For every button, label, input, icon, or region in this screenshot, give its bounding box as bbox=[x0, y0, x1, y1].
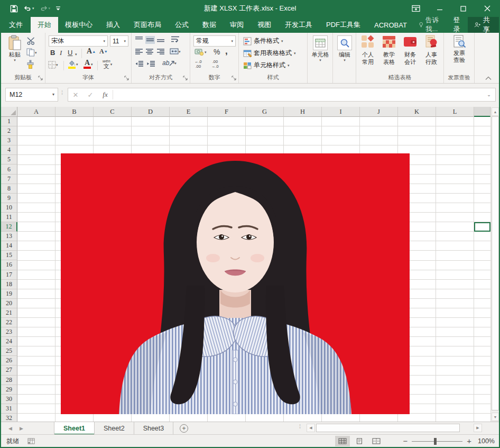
row-header-19[interactable]: 19 bbox=[1, 289, 17, 299]
minimize-button[interactable] bbox=[428, 0, 451, 17]
column-header-C[interactable]: C bbox=[94, 107, 132, 117]
scroll-left-button[interactable]: ◀ bbox=[307, 424, 315, 432]
row-header-31[interactable]: 31 bbox=[1, 404, 17, 414]
decrease-font-button[interactable]: A▼ bbox=[99, 48, 108, 54]
featured-item-个人常用[interactable]: 个人常用 bbox=[357, 35, 378, 66]
align-left-button[interactable] bbox=[135, 48, 143, 55]
name-box-dropdown[interactable]: ▾ bbox=[52, 93, 58, 97]
fill-color-dropdown[interactable]: ▾ bbox=[76, 62, 78, 66]
name-box[interactable]: M12 ▾ bbox=[5, 88, 58, 102]
row-header-6[interactable]: 6 bbox=[1, 164, 17, 174]
row-header-27[interactable]: 27 bbox=[1, 365, 17, 375]
orientation-button[interactable]: ab ▾ bbox=[162, 59, 177, 67]
row-header-17[interactable]: 17 bbox=[1, 270, 17, 280]
featured-item-教学表格[interactable]: 教学表格 bbox=[378, 35, 400, 66]
font-family-combo[interactable]: 宋体 ▾ bbox=[49, 35, 108, 47]
ribbon-tab-数据[interactable]: 数据 bbox=[196, 17, 223, 33]
vertical-scroll-thumb[interactable] bbox=[492, 116, 499, 410]
row-header-10[interactable]: 10 bbox=[1, 203, 17, 213]
tell-me-button[interactable]: 告诉我... bbox=[414, 17, 448, 33]
row-header-4[interactable]: 4 bbox=[1, 145, 17, 155]
align-middle-button[interactable] bbox=[145, 36, 155, 44]
row-header-14[interactable]: 14 bbox=[1, 241, 17, 251]
align-top-button[interactable] bbox=[135, 36, 143, 43]
row-header-21[interactable]: 21 bbox=[1, 308, 17, 318]
merge-center-button[interactable]: ▾ bbox=[170, 48, 181, 55]
embedded-photo[interactable] bbox=[61, 153, 410, 414]
column-header-F[interactable]: F bbox=[208, 107, 246, 117]
zoom-slider-handle[interactable] bbox=[434, 438, 437, 445]
scroll-down-button[interactable]: ▼ bbox=[492, 413, 499, 421]
column-header-H[interactable]: H bbox=[284, 107, 322, 117]
row-header-1[interactable]: 1 bbox=[1, 117, 17, 126]
row-header-18[interactable]: 18 bbox=[1, 280, 17, 289]
normal-view-button[interactable] bbox=[335, 436, 350, 446]
share-button[interactable]: 共享 bbox=[468, 17, 499, 33]
zoom-level-value[interactable]: 100% bbox=[476, 437, 495, 445]
formula-bar-splitter[interactable]: ⁞ bbox=[61, 90, 63, 95]
row-header-2[interactable]: 2 bbox=[1, 126, 17, 136]
row-header-22[interactable]: 22 bbox=[1, 318, 17, 327]
row-header-16[interactable]: 16 bbox=[1, 260, 17, 270]
row-header-8[interactable]: 8 bbox=[1, 184, 17, 194]
format-painter-button[interactable] bbox=[26, 60, 34, 69]
sign-in-button[interactable]: 登录 bbox=[448, 17, 468, 33]
ribbon-tab-公式[interactable]: 公式 bbox=[168, 17, 196, 33]
accounting-format-dropdown[interactable]: ▾ bbox=[205, 50, 207, 54]
number-format-dropdown[interactable]: ▾ bbox=[231, 39, 233, 43]
font-family-dropdown[interactable]: ▾ bbox=[103, 39, 105, 43]
horizontal-scrollbar[interactable]: ◀ ▶ bbox=[307, 423, 490, 433]
borders-dropdown[interactable]: ▾ bbox=[56, 63, 58, 67]
next-sheet-button[interactable]: ▶ bbox=[20, 426, 23, 431]
cells-button[interactable]: 单元格 ▾ bbox=[313, 35, 328, 62]
expand-formula-bar-button[interactable]: ⌄ bbox=[483, 92, 495, 97]
align-bottom-button[interactable] bbox=[156, 36, 165, 43]
row-header-28[interactable]: 28 bbox=[1, 376, 17, 385]
row-header-20[interactable]: 20 bbox=[1, 299, 17, 308]
maximize-button[interactable] bbox=[451, 0, 475, 17]
number-dialog-launcher[interactable] bbox=[232, 76, 237, 81]
orientation-dropdown[interactable]: ▾ bbox=[174, 61, 177, 65]
editing-dropdown[interactable]: ▾ bbox=[344, 58, 346, 62]
ribbon-tab-插入[interactable]: 插入 bbox=[99, 17, 127, 33]
cells-dropdown[interactable]: ▾ bbox=[319, 58, 321, 62]
row-header-24[interactable]: 24 bbox=[1, 337, 17, 346]
macro-record-icon[interactable] bbox=[27, 438, 35, 444]
ribbon-tab-开发工具[interactable]: 开发工具 bbox=[278, 17, 319, 33]
increase-font-button[interactable]: A▲ bbox=[87, 48, 96, 54]
ribbon-display-options-button[interactable] bbox=[404, 0, 428, 17]
ribbon-tab-file[interactable]: 文件 bbox=[1, 17, 31, 33]
zoom-out-button[interactable]: − bbox=[403, 436, 408, 446]
sheet-tab-Sheet3[interactable]: Sheet3 bbox=[134, 422, 174, 435]
row-header-9[interactable]: 9 bbox=[1, 194, 17, 203]
scroll-up-button[interactable]: ▲ bbox=[492, 107, 499, 116]
new-sheet-button[interactable]: + bbox=[180, 424, 188, 433]
column-header-K[interactable]: K bbox=[398, 107, 436, 117]
column-header-G[interactable]: G bbox=[246, 107, 284, 117]
cell-styles-dropdown[interactable]: ▾ bbox=[288, 63, 290, 67]
phonetic-guide-dropdown[interactable]: ▾ bbox=[110, 62, 113, 66]
cell-styles-button[interactable]: 单元格样式 ▾ bbox=[243, 61, 290, 70]
ribbon-tab-开始[interactable]: 开始 bbox=[31, 17, 58, 33]
merge-center-dropdown[interactable]: ▾ bbox=[179, 50, 181, 53]
phonetic-guide-button[interactable]: wén 文 ▾ bbox=[103, 59, 112, 69]
font-size-dropdown[interactable]: ▾ bbox=[124, 39, 126, 43]
conditional-formatting-button[interactable]: 条件格式 ▾ bbox=[243, 36, 283, 45]
alignment-dialog-launcher[interactable] bbox=[183, 76, 188, 81]
bold-button[interactable]: B bbox=[50, 49, 55, 57]
page-layout-view-button[interactable] bbox=[352, 436, 367, 446]
increase-decimal-button[interactable]: ←.0.00 bbox=[195, 60, 202, 69]
column-header-E[interactable]: E bbox=[170, 107, 208, 117]
column-header-J[interactable]: J bbox=[360, 107, 398, 117]
row-header-15[interactable]: 15 bbox=[1, 251, 17, 260]
wrap-text-button[interactable] bbox=[171, 35, 180, 43]
select-all-button[interactable] bbox=[1, 107, 17, 117]
column-header-M[interactable] bbox=[474, 107, 490, 117]
row-header-30[interactable]: 30 bbox=[1, 395, 17, 404]
row-header-26[interactable]: 26 bbox=[1, 356, 17, 365]
row-header-32[interactable]: 32 bbox=[1, 414, 17, 422]
percent-style-button[interactable]: % bbox=[214, 48, 220, 56]
page-break-preview-button[interactable] bbox=[369, 436, 384, 446]
ribbon-tab-PDF工具集[interactable]: PDF工具集 bbox=[319, 17, 367, 33]
accounting-format-button[interactable]: ▾ bbox=[195, 48, 207, 56]
